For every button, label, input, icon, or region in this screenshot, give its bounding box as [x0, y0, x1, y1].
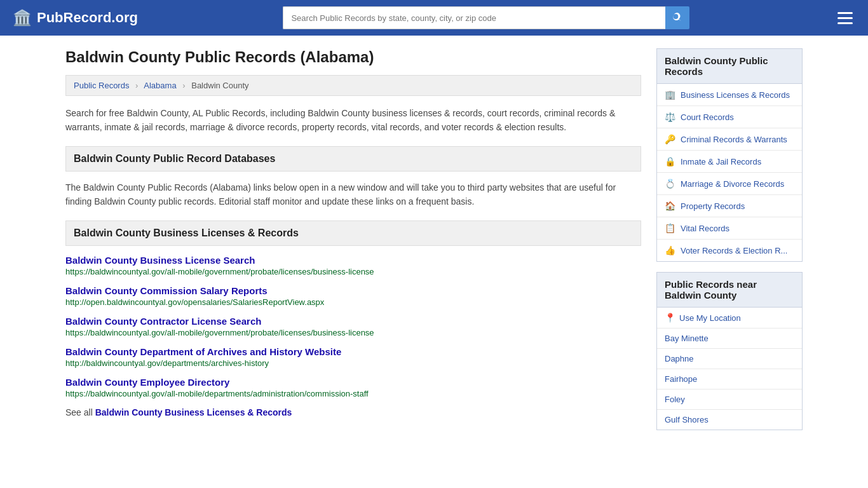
- nearby-item-location[interactable]: 📍 Use My Location: [657, 308, 802, 329]
- search-input[interactable]: [283, 6, 665, 29]
- breadcrumb-sep-1: ›: [135, 81, 138, 90]
- content-wrapper: Baldwin County Public Records (Alabama) …: [53, 36, 815, 453]
- sidebar-list-1: 🏢 Business Licenses & Records ⚖️ Court R…: [656, 83, 803, 262]
- nearby-location-label: Use My Location: [679, 313, 741, 323]
- menu-bar-2: [837, 17, 853, 19]
- sidebar-item-label: Vital Records: [681, 224, 729, 233]
- biz-section-header: Baldwin County Business Licenses & Recor…: [65, 220, 641, 246]
- location-icon: 📍: [665, 313, 675, 323]
- main-content: Baldwin County Public Records (Alabama) …: [65, 48, 641, 440]
- breadcrumb-alabama[interactable]: Alabama: [144, 81, 176, 90]
- sidebar-item-label: Court Records: [681, 112, 734, 122]
- record-title-3[interactable]: Baldwin County Department of Archives an…: [65, 346, 341, 357]
- page-title: Baldwin County Public Records (Alabama): [65, 48, 641, 66]
- nearby-item-daphne[interactable]: Daphne: [657, 349, 802, 369]
- nearby-item-gulf-shores[interactable]: Gulf Shores: [657, 410, 802, 430]
- record-entry: Baldwin County Department of Archives an…: [65, 346, 641, 368]
- thumbsup-icon: 👍: [665, 245, 675, 255]
- search-area: [283, 6, 689, 29]
- record-list: Baldwin County Business License Search h…: [65, 255, 641, 398]
- sidebar: Baldwin County Public Records 🏢 Business…: [656, 48, 803, 440]
- record-url-0: https://baldwincountyal.gov/all-mobile/g…: [65, 267, 641, 276]
- sidebar-item-label: Inmate & Jail Records: [681, 157, 761, 166]
- clipboard-icon: 📋: [665, 223, 675, 233]
- record-title-4[interactable]: Baldwin County Employee Directory: [65, 377, 229, 388]
- scales-icon: ⚖️: [665, 112, 675, 122]
- sidebar-title-1: Baldwin County Public Records: [656, 48, 803, 83]
- building-icon: 🏢: [665, 90, 675, 100]
- lock-icon: 🔒: [665, 156, 675, 166]
- record-url-4: https://baldwincountyal.gov/all-mobile/d…: [65, 389, 641, 398]
- record-entry: Baldwin County Commission Salary Reports…: [65, 285, 641, 307]
- sidebar-item-label: Criminal Records & Warrants: [681, 135, 787, 144]
- breadcrumb-current: Baldwin County: [191, 81, 248, 90]
- record-title-0[interactable]: Baldwin County Business License Search: [65, 255, 255, 266]
- sidebar-title-2: Public Records near Baldwin County: [656, 272, 803, 307]
- logo-icon: 🏛️: [13, 9, 32, 27]
- sidebar-item-label: Marriage & Divorce Records: [681, 179, 784, 189]
- record-entry: Baldwin County Contractor License Search…: [65, 316, 641, 337]
- nearby-item-bay-minette[interactable]: Bay Minette: [657, 329, 802, 349]
- menu-bar-1: [837, 12, 853, 14]
- db-section-header: Baldwin County Public Record Databases: [65, 146, 641, 172]
- see-all-prefix: See all: [65, 407, 95, 417]
- breadcrumb-public-records[interactable]: Public Records: [74, 81, 129, 90]
- db-description: The Baldwin County Public Records (Alaba…: [65, 180, 641, 209]
- record-title-1[interactable]: Baldwin County Commission Salary Reports: [65, 285, 268, 296]
- sidebar-item-business[interactable]: 🏢 Business Licenses & Records: [657, 84, 802, 106]
- logo-text: PubRecord.org: [37, 10, 138, 26]
- menu-bar-3: [837, 22, 853, 24]
- menu-button[interactable]: [835, 10, 855, 27]
- sidebar-item-marriage[interactable]: 💍 Marriage & Divorce Records: [657, 173, 802, 195]
- sidebar-item-criminal[interactable]: 🔑 Criminal Records & Warrants: [657, 128, 802, 151]
- key-icon: 🔑: [665, 134, 675, 144]
- see-all-text: See all Baldwin County Business Licenses…: [65, 407, 641, 417]
- sidebar-item-label: Property Records: [681, 201, 745, 211]
- header: 🏛️ PubRecord.org: [0, 0, 868, 36]
- logo-link[interactable]: 🏛️ PubRecord.org: [13, 9, 138, 27]
- search-button[interactable]: [665, 6, 689, 29]
- sidebar-list-2: 📍 Use My Location Bay Minette Daphne Fai…: [656, 307, 803, 430]
- sidebar-item-label: Business Licenses & Records: [681, 90, 790, 100]
- record-url-1: http://open.baldwincountyal.gov/opensala…: [65, 297, 641, 307]
- nearby-item-foley[interactable]: Foley: [657, 390, 802, 410]
- breadcrumb-sep-2: ›: [182, 81, 185, 90]
- search-icon: [672, 13, 682, 23]
- record-url-3: http://baldwincountyal.gov/departments/a…: [65, 358, 641, 368]
- house-icon: 🏠: [665, 201, 675, 211]
- nearby-item-fairhope[interactable]: Fairhope: [657, 369, 802, 390]
- sidebar-item-label: Voter Records & Election R...: [681, 246, 787, 255]
- sidebar-item-voter[interactable]: 👍 Voter Records & Election R...: [657, 240, 802, 261]
- intro-text: Search for free Baldwin County, AL Publi…: [65, 106, 641, 135]
- record-url-2: https://baldwincountyal.gov/all-mobile/g…: [65, 328, 641, 337]
- sidebar-section-1: Baldwin County Public Records 🏢 Business…: [656, 48, 803, 262]
- sidebar-item-court[interactable]: ⚖️ Court Records: [657, 106, 802, 128]
- record-title-2[interactable]: Baldwin County Contractor License Search: [65, 316, 261, 327]
- sidebar-item-property[interactable]: 🏠 Property Records: [657, 195, 802, 217]
- see-all-link[interactable]: Baldwin County Business Licenses & Recor…: [95, 407, 292, 417]
- breadcrumb: Public Records › Alabama › Baldwin Count…: [65, 75, 641, 96]
- record-entry: Baldwin County Employee Directory https:…: [65, 377, 641, 398]
- sidebar-item-vital[interactable]: 📋 Vital Records: [657, 217, 802, 240]
- ring-icon: 💍: [665, 179, 675, 189]
- sidebar-item-inmate[interactable]: 🔒 Inmate & Jail Records: [657, 151, 802, 173]
- record-entry: Baldwin County Business License Search h…: [65, 255, 641, 276]
- sidebar-section-2: Public Records near Baldwin County 📍 Use…: [656, 272, 803, 430]
